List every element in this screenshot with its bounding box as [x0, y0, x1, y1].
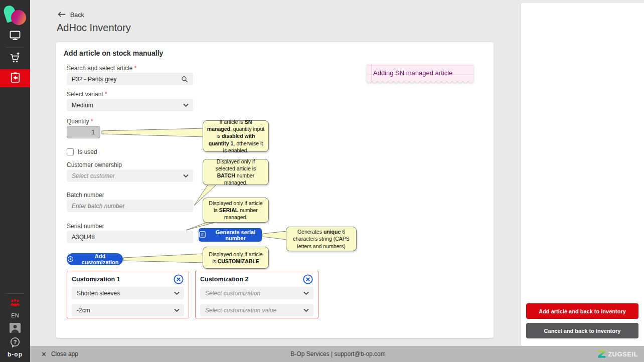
search-icon[interactable]: [181, 75, 189, 83]
customer-label: Customer ownership: [67, 161, 122, 168]
generate-serial-button[interactable]: Generate serial number: [199, 228, 262, 242]
card-title: Add article on stock manually: [64, 49, 163, 57]
users-icon: [10, 298, 21, 309]
app-logo[interactable]: [0, 2, 30, 28]
language-switch[interactable]: EN: [0, 311, 30, 320]
chevron-down-icon: [174, 308, 180, 312]
close-app-button[interactable]: ✕ Close app: [41, 350, 78, 358]
sidebar-item-help[interactable]: ?: [0, 337, 30, 350]
variant-select[interactable]: Medium: [67, 99, 193, 111]
close-circle-icon[interactable]: [173, 274, 184, 285]
cancel-button[interactable]: Cancel and back to inventory: [526, 323, 638, 338]
serial-number-input[interactable]: [67, 231, 193, 243]
main-area: Back AdHoc Inventory Add article on stoc…: [30, 0, 521, 346]
clipboard-return-icon: [9, 71, 22, 86]
chevron-down-icon: [174, 291, 180, 295]
close-circle-icon[interactable]: [302, 274, 313, 285]
back-button[interactable]: Back: [58, 11, 84, 19]
required-marker: *: [134, 65, 137, 72]
chevron-down-icon: [303, 291, 309, 295]
chevron-down-icon: [303, 308, 309, 312]
checkbox-icon[interactable]: [67, 148, 74, 155]
variant-select-value: Medium: [72, 102, 93, 109]
back-label: Back: [70, 12, 84, 19]
back-arrow-icon: [58, 11, 66, 19]
sidebar-item-displays[interactable]: [0, 29, 30, 44]
sidebar-divider: [6, 48, 24, 48]
customization-2-value-placeholder: Select customization value: [205, 307, 276, 314]
help-icon: ?: [9, 336, 21, 351]
bop-brand-label: b-op: [8, 351, 23, 358]
callout-quantity: If article is SN managed, quantity input…: [203, 120, 269, 152]
required-marker: *: [105, 91, 107, 98]
quantity-input: [67, 126, 100, 138]
callout-batch: Displayed only if selected article is BA…: [203, 159, 269, 185]
sidebar: EN ? b-op: [0, 0, 30, 362]
zugseil-brand-label: ZUGSEIL: [608, 350, 638, 358]
regenerate-icon: [199, 231, 206, 239]
customization-2-type-select[interactable]: Select customization: [200, 287, 313, 299]
customer-select[interactable]: Select customer: [67, 169, 193, 182]
customization-1-value: -2cm: [77, 307, 90, 314]
callout-generate: Generates unique 6 characters string (CA…: [286, 227, 357, 251]
sidebar-item-cart[interactable]: [0, 50, 30, 67]
sticky-note-text: Adding SN managed article: [367, 64, 473, 83]
customization-1-type-value: Shorten sleeves: [77, 290, 120, 297]
batch-number-input[interactable]: [67, 200, 193, 212]
chevron-down-icon: [183, 103, 189, 107]
monitor-icon: [9, 30, 21, 43]
language-label: EN: [11, 312, 19, 318]
close-icon: ✕: [41, 350, 47, 358]
is-used-checkbox-row[interactable]: Is used: [67, 148, 97, 155]
add-customization-label: Add customization: [77, 253, 123, 265]
logo-circle-shape: [11, 10, 26, 25]
customization-2-type-placeholder: Select customization: [205, 290, 260, 297]
required-marker: *: [91, 118, 93, 125]
cart-add-icon: [9, 51, 22, 66]
sidebar-item-inventory-active[interactable]: [0, 69, 30, 87]
customization-1-value-select[interactable]: -2cm: [72, 304, 184, 316]
sidebar-divider: [6, 293, 24, 294]
sticky-note: Adding SN managed article: [367, 64, 473, 83]
quantity-label: Quantity *: [67, 118, 93, 125]
customization-1-type-select[interactable]: Shorten sleeves: [72, 287, 184, 299]
sidebar-item-profile[interactable]: [0, 322, 30, 335]
bop-brand-logo: b-op: [0, 350, 30, 359]
customization-1-title: Customization 1: [72, 276, 120, 283]
callout-serial: Displayed only if article is SERIAL numb…: [203, 198, 269, 223]
svg-text:?: ?: [14, 339, 17, 345]
close-app-label: Close app: [51, 350, 78, 357]
zugseil-logo-icon: [598, 350, 605, 358]
customization-2-title: Customization 2: [200, 276, 249, 283]
customization-card-2: Customization 2 Select customization Sel…: [195, 271, 318, 318]
customization-card-1: Customization 1 Shorten sleeves -2cm: [67, 271, 189, 318]
chevron-down-icon: [183, 174, 189, 177]
article-label: Search and select article *: [67, 65, 136, 72]
is-used-label: Is used: [78, 148, 97, 155]
page-title: AdHoc Inventory: [57, 22, 131, 34]
avatar-icon: [9, 322, 21, 335]
serial-label: Serial number: [67, 223, 104, 230]
variant-label: Select variant *: [67, 91, 107, 98]
footer-bar: ✕ Close app B-Op Services | support@b-op…: [30, 346, 644, 362]
footer-support-text: B-Op Services | support@b-op.com: [78, 350, 598, 357]
plus-circle-icon: [67, 255, 74, 264]
add-article-card: Add article on stock manually Search and…: [56, 42, 494, 338]
article-search-input[interactable]: [67, 73, 193, 85]
callout-customizable: Displayed only if article is CUSTOMIZABL…: [203, 247, 269, 269]
action-panel: Add article and back to inventory Cancel…: [521, 3, 644, 346]
zugseil-brand: ZUGSEIL: [598, 350, 638, 358]
customization-2-value-select[interactable]: Select customization value: [200, 304, 313, 316]
sidebar-item-users[interactable]: [0, 298, 30, 309]
add-customization-button[interactable]: Add customization: [67, 253, 123, 265]
generate-serial-label: Generate serial number: [209, 229, 262, 241]
customer-select-placeholder: Select customer: [72, 172, 115, 179]
add-article-button[interactable]: Add article and back to inventory: [526, 303, 638, 319]
batch-label: Batch number: [67, 192, 104, 199]
